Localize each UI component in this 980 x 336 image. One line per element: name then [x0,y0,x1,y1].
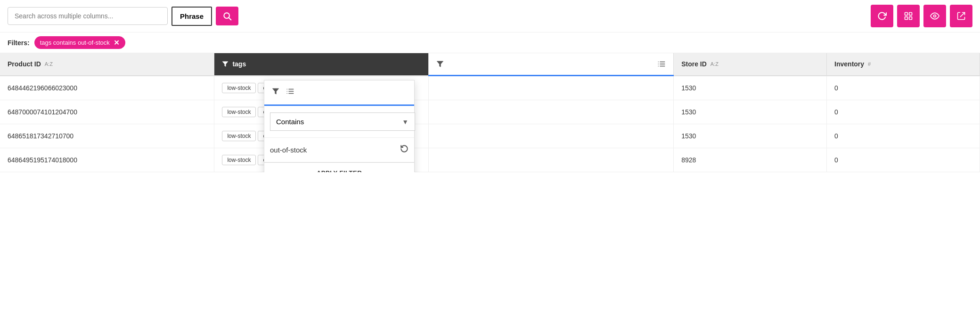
condition-select[interactable]: Contains Does not contain Is Is not Is e… [270,112,415,131]
svg-rect-4 [905,17,908,20]
table-row: 6487000074101204700low-stockout-of-stock… [0,100,980,124]
refresh-button[interactable] [871,5,893,27]
col-label-tags: tags [232,60,246,68]
cell-inventory: 0 [827,148,980,172]
eye-icon [930,11,939,21]
filter-chip-text: tags contains out-of-stock [40,39,110,46]
data-table-wrapper: Product ID A:Z tags [0,53,980,172]
tag-chip[interactable]: low-stock [222,131,256,141]
table-row: 6484462196066023000low-stockout-of-stock… [0,76,980,100]
svg-line-7 [960,13,964,17]
list-icon [657,60,666,68]
tag-chip[interactable]: low-stock [222,83,256,93]
grid-button[interactable] [897,5,920,27]
eye-button[interactable] [923,5,946,27]
filter-dropdown: Contains Does not contain Is Is not Is e… [264,80,415,172]
col-sort-inventory: # [868,61,871,67]
refresh-icon [877,11,887,21]
cell-store-id: 1530 [674,100,827,124]
cell-store-id: 1530 [674,76,827,100]
cell-filter-empty [429,124,674,148]
toolbar-buttons [871,5,972,27]
col-label-inventory: Inventory [834,60,864,68]
funnel-icon [272,88,279,95]
svg-marker-9 [437,61,443,67]
cell-product-id: 6484462196066023000 [0,76,214,100]
svg-rect-2 [905,13,908,16]
cell-inventory: 0 [827,100,980,124]
grid-icon [904,11,913,21]
phrase-mode-button[interactable]: Phrase [172,7,212,26]
table-body: 6484462196066023000low-stockout-of-stock… [0,76,980,172]
svg-line-1 [229,18,231,20]
col-header-store-id[interactable]: Store ID A:Z [674,53,827,76]
filter-dropdown-list-icon[interactable] [284,85,296,100]
reset-icon [400,144,408,153]
filter-dropdown-filter-icon[interactable] [270,85,281,100]
filter-chip[interactable]: tags contains out-of-stock ✕ [34,36,125,49]
top-bar: Phrase [0,0,980,32]
tag-chip[interactable]: low-stock [222,155,256,165]
dropdown-header [264,80,414,106]
svg-marker-16 [272,88,278,94]
list-view-icon [286,87,294,96]
col-header-product-id[interactable]: Product ID A:Z [0,53,214,76]
search-icon [222,11,232,21]
svg-marker-8 [223,62,229,67]
cell-store-id: 1530 [674,124,827,148]
col-sort-product-id: A:Z [45,61,53,67]
col-sort-store-id: A:Z [710,61,719,67]
col-header-inventory[interactable]: Inventory # [827,53,980,76]
col-label-store-id: Store ID [681,60,707,68]
condition-select-row: Contains Does not contain Is Is not Is e… [264,106,414,138]
reset-filter-button[interactable] [400,144,408,155]
dropdown-icon-row [270,80,296,104]
table-header-row: Product ID A:Z tags [0,53,980,76]
svg-point-6 [934,15,936,17]
filter-chip-close[interactable]: ✕ [114,39,120,46]
cell-filter-empty [429,148,674,172]
cell-product-id: 6486518173427​10700 [0,124,214,148]
svg-rect-5 [909,17,912,20]
cell-inventory: 0 [827,124,980,148]
col-label-product-id: Product ID [8,60,41,68]
cell-inventory: 0 [827,76,980,100]
cell-store-id: 8928 [674,148,827,172]
tag-chip[interactable]: low-stock [222,107,256,117]
filter-value-row: out-of-stock [264,138,414,162]
export-icon [956,11,966,21]
cell-product-id: 6486495195174018000 [0,148,214,172]
apply-filter-button[interactable]: APPLY FILTER [264,162,414,172]
cell-filter-empty [429,100,674,124]
search-button[interactable] [216,7,238,25]
col-header-filter[interactable] [429,53,674,76]
svg-rect-3 [909,13,912,16]
search-input[interactable] [8,7,168,25]
export-button[interactable] [950,5,972,27]
table-row: 6486518173427​10700low-stockout-of-stock… [0,124,980,148]
data-table: Product ID A:Z tags [0,53,980,172]
filters-bar: Filters: tags contains out-of-stock ✕ [0,32,980,53]
cell-product-id: 6487000074101204700 [0,100,214,124]
filter-icon-tags [222,61,229,67]
col-header-tags[interactable]: tags [214,53,429,76]
filter-icon-col [436,60,444,68]
filters-label: Filters: [8,39,30,47]
cell-filter-empty [429,76,674,100]
table-row: 6486495195174018000low-stockout-of-stock… [0,148,980,172]
filter-value-text: out-of-stock [270,146,396,154]
